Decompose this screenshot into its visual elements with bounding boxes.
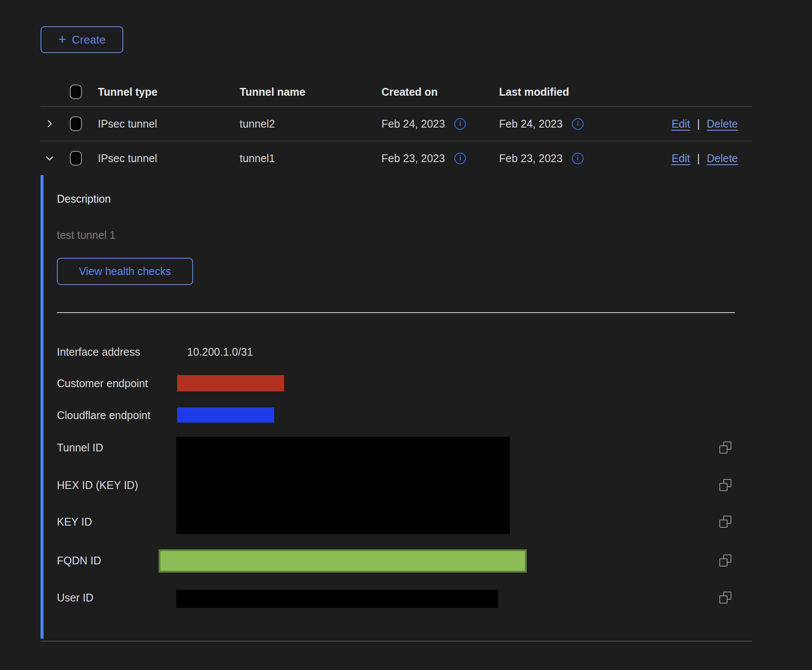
copy-icon[interactable] bbox=[719, 591, 732, 604]
copy-icon[interactable] bbox=[719, 479, 732, 492]
delete-link[interactable]: Delete bbox=[707, 152, 738, 165]
copy-icon[interactable] bbox=[719, 515, 732, 528]
row-checkbox[interactable] bbox=[70, 116, 82, 131]
field-label-interface-address: Interface address bbox=[57, 345, 140, 358]
tunnel-id-redaction bbox=[176, 437, 510, 534]
tunnel-type-cell: IPsec tunnel bbox=[98, 152, 240, 165]
view-health-checks-button[interactable]: View health checks bbox=[57, 258, 193, 285]
expanded-indicator-bar bbox=[41, 175, 44, 639]
expander-cell bbox=[41, 119, 70, 129]
field-label-cloudflare-endpoint: Cloudflare endpoint bbox=[57, 409, 150, 422]
edit-link[interactable]: Edit bbox=[671, 152, 690, 165]
last-modified-cell: Feb 23, 2023 i bbox=[499, 152, 671, 165]
table-header-row: Tunnel type Tunnel name Created on Last … bbox=[41, 78, 752, 107]
created-on-cell: Feb 23, 2023 i bbox=[381, 152, 499, 165]
copy-icon[interactable] bbox=[719, 441, 732, 454]
tunnel-type-cell: IPsec tunnel bbox=[98, 118, 240, 130]
created-on-cell: Feb 24, 2023 i bbox=[381, 118, 499, 130]
tunnels-table: Tunnel type Tunnel name Created on Last … bbox=[41, 78, 752, 175]
select-all-checkbox[interactable] bbox=[70, 85, 82, 99]
last-modified-cell: Feb 24, 2023 i bbox=[499, 118, 671, 130]
header-last-modified: Last modified bbox=[499, 86, 738, 98]
customer-endpoint-redaction bbox=[177, 375, 284, 391]
field-label-tunnel-id: Tunnel ID bbox=[57, 441, 103, 454]
info-icon[interactable]: i bbox=[454, 153, 466, 164]
table-row-tunnel1: IPsec tunnel tunnel1 Feb 23, 2023 i Feb … bbox=[41, 141, 752, 175]
create-button[interactable]: + Create bbox=[41, 26, 123, 53]
edit-link[interactable]: Edit bbox=[671, 118, 690, 130]
row-actions: Edit | Delete bbox=[671, 118, 752, 130]
row-actions: Edit | Delete bbox=[671, 152, 752, 165]
delete-link[interactable]: Delete bbox=[707, 118, 738, 130]
copy-icon-front-square bbox=[719, 445, 728, 454]
info-icon[interactable]: i bbox=[572, 153, 584, 164]
description-heading: Description bbox=[57, 192, 111, 205]
table-bottom-divider bbox=[41, 641, 752, 642]
created-on-date: Feb 23, 2023 bbox=[381, 152, 445, 165]
plus-icon: + bbox=[58, 32, 66, 46]
checkbox-cell bbox=[70, 116, 98, 131]
actions-separator: | bbox=[697, 152, 700, 165]
chevron-right-icon[interactable] bbox=[44, 119, 55, 129]
copy-icon-front-square bbox=[719, 558, 728, 567]
copy-icon-front-square bbox=[719, 520, 728, 528]
section-divider bbox=[57, 312, 735, 313]
header-created-on: Created on bbox=[381, 86, 499, 98]
field-label-user-id: User ID bbox=[57, 591, 94, 604]
last-modified-date: Feb 23, 2023 bbox=[499, 152, 562, 165]
info-icon[interactable]: i bbox=[572, 118, 584, 130]
header-checkbox-cell bbox=[70, 85, 98, 99]
user-id-redaction bbox=[176, 590, 498, 608]
tunnel-name-cell: tunnel2 bbox=[240, 118, 381, 130]
tunnels-page: + Create Tunnel type Tunnel name Created… bbox=[0, 0, 812, 670]
copy-icon-front-square bbox=[719, 595, 728, 604]
create-button-label: Create bbox=[72, 33, 106, 47]
field-label-fqdn-id: FQDN ID bbox=[57, 554, 101, 567]
row-checkbox[interactable] bbox=[70, 151, 82, 166]
fqdn-id-redaction bbox=[159, 549, 527, 573]
tunnel-name-cell: tunnel1 bbox=[240, 152, 381, 165]
copy-icon-front-square bbox=[719, 483, 728, 491]
actions-separator: | bbox=[697, 118, 700, 130]
header-tunnel-name: Tunnel name bbox=[240, 86, 381, 98]
chevron-down-icon[interactable] bbox=[44, 153, 55, 163]
header-tunnel-type: Tunnel type bbox=[98, 86, 240, 98]
expander-cell bbox=[41, 153, 70, 163]
expanded-row-panel: Description test tunnel 1 View health ch… bbox=[0, 175, 812, 641]
field-label-hex-id: HEX ID (KEY ID) bbox=[57, 479, 138, 492]
field-label-customer-endpoint: Customer endpoint bbox=[57, 377, 148, 390]
info-icon[interactable]: i bbox=[454, 118, 466, 130]
checkbox-cell bbox=[70, 151, 98, 166]
field-label-key-id: KEY ID bbox=[57, 515, 92, 528]
copy-icon[interactable] bbox=[719, 554, 732, 567]
table-row-tunnel2: IPsec tunnel tunnel2 Feb 24, 2023 i Feb … bbox=[41, 107, 752, 141]
last-modified-date: Feb 24, 2023 bbox=[499, 118, 562, 130]
cloudflare-endpoint-redaction bbox=[177, 407, 274, 423]
description-value: test tunnel 1 bbox=[57, 229, 116, 241]
interface-address-value: 10.200.1.0/31 bbox=[187, 345, 253, 358]
created-on-date: Feb 24, 2023 bbox=[381, 118, 445, 130]
